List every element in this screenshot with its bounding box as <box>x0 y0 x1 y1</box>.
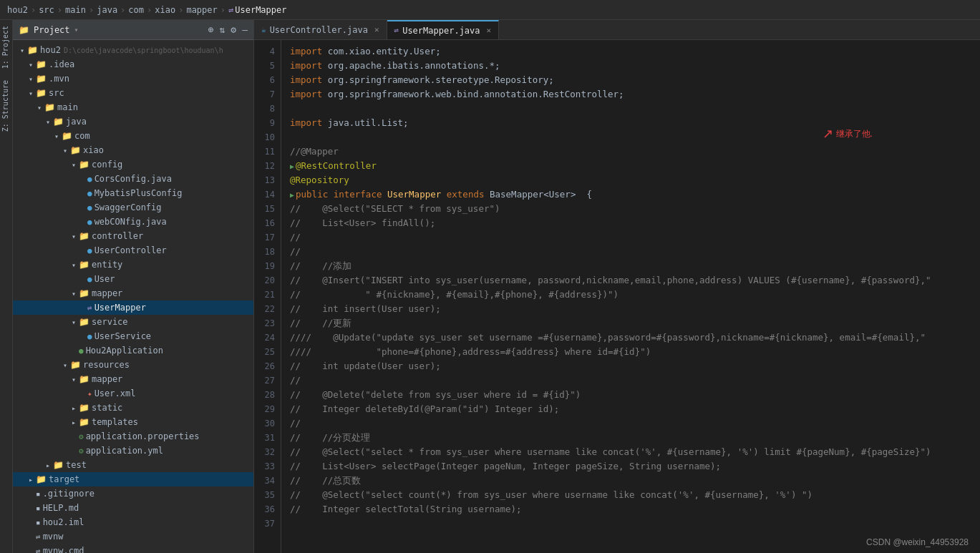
folder-expand-icon: ▾ <box>69 318 79 326</box>
folder-collapse-icon: ▸ <box>69 419 79 426</box>
code-line: // Integer selectTotal(String username); <box>290 502 980 517</box>
tree-item-label: UserMapper <box>94 303 146 313</box>
tree-item[interactable]: ▸📁test <box>13 458 253 472</box>
tree-item[interactable]: ●UserController <box>13 243 253 258</box>
line-number: 28 <box>258 388 275 402</box>
tree-item[interactable]: ▾📁mapper <box>13 286 253 300</box>
code-line: //// @Update("update sys_user set userna… <box>290 331 980 345</box>
tree-item-label: hou2.iml <box>43 517 84 527</box>
folder-icon: 📁 <box>53 460 64 470</box>
minimize-icon[interactable]: — <box>242 24 248 35</box>
tree-item[interactable]: ●CorsConfig.java <box>13 172 253 186</box>
line-number: 24 <box>258 331 275 345</box>
tree-item[interactable]: ⚙application.yml <box>13 444 253 458</box>
tree-item-label: MybatisPlusConfig <box>94 188 183 198</box>
tab-usercontroller[interactable]: ☕ UserController.java ✕ <box>254 20 387 40</box>
tree-item[interactable]: ▾📁xiao <box>13 143 253 157</box>
breadcrumb-item-com[interactable]: com <box>128 5 144 15</box>
xml-icon: ✦ <box>87 389 92 398</box>
folder-expand-icon: ▾ <box>69 290 79 298</box>
folder-expand-icon: ▾ <box>43 118 53 126</box>
tree-item[interactable]: ▪.gitignore <box>13 486 253 501</box>
tree-item[interactable]: ▪HELP.md <box>13 501 253 515</box>
breadcrumb-item-xiao[interactable]: xiao <box>155 5 175 15</box>
sort-icon[interactable]: ⇅ <box>220 24 225 35</box>
tree-item[interactable]: ▸📁templates <box>13 415 253 429</box>
tree-item[interactable]: ⇌mvnw <box>13 529 253 544</box>
code-line: // <box>290 416 980 431</box>
tab-close-usermapper[interactable]: ✕ <box>487 26 492 35</box>
tree-item[interactable]: ▸📁static <box>13 401 253 415</box>
tree-item[interactable]: ●Hou2Application <box>13 343 253 358</box>
java-class-icon: ● <box>87 246 92 255</box>
code-line: // @Insert("INSERT into sys_user(usernam… <box>290 273 980 288</box>
tree-item[interactable]: ▾📁entity <box>13 258 253 272</box>
line-number: 19 <box>258 259 275 273</box>
tree-item[interactable]: ▾📁.idea <box>13 57 253 72</box>
tree-item[interactable]: ▾📁resources <box>13 358 253 372</box>
dropdown-arrow-icon[interactable]: ▾ <box>74 26 79 34</box>
tree-item[interactable]: ▾📁com <box>13 129 253 143</box>
code-line: // @Delete("delete from sys_user where i… <box>290 388 980 402</box>
java-class-icon: ● <box>87 217 92 227</box>
tree-item-label: CorsConfig.java <box>94 174 172 184</box>
tree-item-label: .gitignore <box>43 489 94 499</box>
tree-item[interactable]: ●webCONfig.java <box>13 215 253 229</box>
line-number: 14 <box>258 187 275 202</box>
tree-item-label: com <box>74 131 90 141</box>
line-number: 36 <box>258 502 275 517</box>
breadcrumb-item-hou2[interactable]: hou2 <box>7 5 28 15</box>
tree-item[interactable]: ▾📁main <box>13 100 253 114</box>
tree-item-label: templates <box>92 417 138 427</box>
tree-item[interactable]: ⇌mvnw.cmd <box>13 544 253 553</box>
tree-item[interactable]: ▾📁src <box>13 86 253 100</box>
tree-item-label: .idea <box>49 59 74 69</box>
file-icon: ▪ <box>36 504 41 513</box>
add-icon[interactable]: ⊕ <box>208 24 214 35</box>
tree-item[interactable]: ▸📁target <box>13 472 253 486</box>
tree-item[interactable]: ●SwaggerConfig <box>13 200 253 215</box>
tree-item[interactable]: ⚙application.properties <box>13 429 253 444</box>
folder-icon: 📁 <box>36 88 47 98</box>
folder-expand-icon: ▾ <box>17 47 27 54</box>
tree-item[interactable]: ▾📁hou2 D:\code\javacode\springboot\houdu… <box>13 43 253 57</box>
line-number: 8 <box>258 102 275 116</box>
line-number: 5 <box>258 59 275 73</box>
tree-item[interactable]: ▾📁service <box>13 315 253 329</box>
panel-label-structure[interactable]: Z: Structure <box>0 74 12 137</box>
tree-item[interactable]: ▾📁java <box>13 114 253 129</box>
breadcrumb-item-src[interactable]: src <box>39 5 54 15</box>
breadcrumb-item-java[interactable]: java <box>97 5 117 15</box>
tree-item[interactable]: ●MybatisPlusConfig <box>13 186 253 200</box>
breadcrumb-item-main[interactable]: main <box>65 5 86 15</box>
folder-expand-icon: ▾ <box>26 75 36 83</box>
tree-item[interactable]: ●User <box>13 272 253 286</box>
tab-usermapper[interactable]: ⇌ UserMapper.java ✕ <box>387 20 500 40</box>
tree-item[interactable]: ●UserService <box>13 329 253 343</box>
tab-close-usercontroller[interactable]: ✕ <box>374 25 379 34</box>
gutter-interface-icon: ▶ <box>290 191 294 199</box>
tree-item[interactable]: ▾📁mapper <box>13 372 253 386</box>
tree-item-label: mapper <box>92 288 122 298</box>
config-icon: ⚙ <box>79 432 84 441</box>
settings-icon[interactable]: ⚙ <box>231 24 236 35</box>
tree-item[interactable]: ⇌UserMapper <box>13 300 253 315</box>
tree-item[interactable]: ▾📁controller <box>13 229 253 243</box>
folder-expand-icon: ▾ <box>69 376 79 383</box>
breadcrumb-item-mapper[interactable]: mapper <box>186 5 217 15</box>
tree-item-label: mvnw.cmd <box>43 546 84 553</box>
project-panel-header: 📁 Project ▾ ⊕ ⇅ ⚙ — <box>13 20 253 40</box>
folder-collapse-icon: ▸ <box>69 404 79 412</box>
code-content[interactable]: import com.xiao.entity.User;import org.a… <box>281 40 980 553</box>
tree-item[interactable]: ▾📁config <box>13 157 253 172</box>
panel-label-project[interactable]: 1: Project <box>0 20 12 74</box>
tree-item-label: config <box>92 160 122 170</box>
tree-item[interactable]: ▾📁.mvn <box>13 72 253 86</box>
tree-item[interactable]: ▪hou2.iml <box>13 515 253 529</box>
tree-item[interactable]: ✦User.xml <box>13 386 253 401</box>
code-line: // <box>290 245 980 259</box>
folder-icon: 📁 <box>79 231 89 241</box>
tree-item-label: SwaggerConfig <box>94 202 162 212</box>
code-line: // List<User> findAll(); <box>290 216 980 230</box>
java-class-icon: ● <box>79 346 84 356</box>
